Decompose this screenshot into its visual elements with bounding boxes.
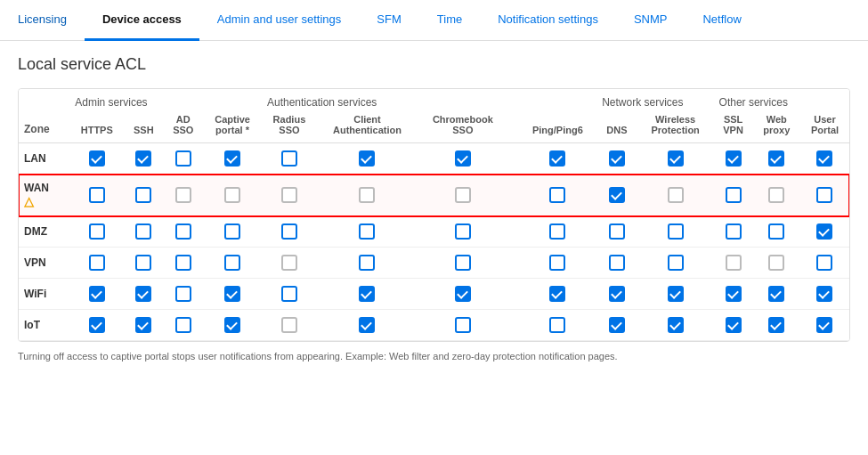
- checkbox[interactable]: [135, 187, 151, 203]
- checkbox[interactable]: [816, 187, 832, 203]
- checkbox[interactable]: [89, 223, 105, 240]
- cell-wan-13: [800, 175, 849, 216]
- cell-wan-7: [508, 175, 519, 216]
- checkbox[interactable]: [281, 255, 297, 271]
- checkbox[interactable]: [224, 187, 240, 203]
- checkbox[interactable]: [224, 150, 240, 167]
- checkbox[interactable]: [816, 150, 832, 167]
- checkbox[interactable]: [609, 187, 625, 203]
- checkbox[interactable]: [359, 150, 375, 167]
- checkbox[interactable]: [224, 317, 240, 333]
- checkbox[interactable]: [175, 255, 191, 271]
- cell-lan-2: [163, 143, 203, 175]
- checkbox[interactable]: [359, 286, 375, 302]
- checkbox[interactable]: [175, 286, 191, 302]
- checkbox[interactable]: [609, 255, 625, 271]
- checkbox[interactable]: [668, 317, 684, 333]
- tab-netflow[interactable]: Netflow: [685, 0, 758, 41]
- tab-licensing[interactable]: Licensing: [0, 0, 85, 41]
- cell-vpn-11: [714, 248, 753, 279]
- checkbox[interactable]: [549, 255, 565, 271]
- checkbox[interactable]: [455, 150, 471, 167]
- checkbox[interactable]: [359, 187, 375, 203]
- checkbox[interactable]: [668, 255, 684, 271]
- checkbox[interactable]: [135, 317, 151, 333]
- checkbox[interactable]: [224, 223, 240, 240]
- checkbox[interactable]: [768, 187, 784, 203]
- checkbox[interactable]: [609, 286, 625, 302]
- checkbox[interactable]: [359, 255, 375, 271]
- checkbox[interactable]: [135, 150, 151, 167]
- checkbox[interactable]: [609, 223, 625, 240]
- checkbox[interactable]: [281, 317, 297, 333]
- checkbox[interactable]: [281, 223, 297, 240]
- page-title: Local service ACL: [18, 55, 850, 74]
- checkbox[interactable]: [455, 187, 471, 203]
- checkbox[interactable]: [224, 255, 240, 271]
- checkbox[interactable]: [135, 255, 151, 271]
- tab-admin-and-user-settings[interactable]: Admin and user settings: [199, 0, 359, 41]
- cell-iot-4: [262, 310, 317, 341]
- checkbox[interactable]: [359, 317, 375, 333]
- checkbox[interactable]: [549, 286, 565, 302]
- checkbox[interactable]: [89, 255, 105, 271]
- checkbox[interactable]: [455, 223, 471, 240]
- tab-notification-settings[interactable]: Notification settings: [480, 0, 616, 41]
- checkbox[interactable]: [549, 223, 565, 240]
- checkbox[interactable]: [768, 223, 784, 240]
- col-https: HTTPS: [69, 110, 124, 143]
- checkbox[interactable]: [455, 317, 471, 333]
- checkbox[interactable]: [726, 187, 742, 203]
- checkbox[interactable]: [224, 286, 240, 302]
- cell-wan-8: [519, 175, 597, 216]
- tab-device-access[interactable]: Device access: [85, 0, 199, 41]
- checkbox[interactable]: [726, 255, 742, 271]
- checkbox[interactable]: [135, 223, 151, 240]
- checkbox[interactable]: [175, 150, 191, 167]
- tab-time[interactable]: Time: [419, 0, 480, 41]
- checkbox[interactable]: [175, 223, 191, 240]
- cell-wan-12: [753, 175, 800, 216]
- checkbox[interactable]: [768, 255, 784, 271]
- checkbox[interactable]: [668, 223, 684, 240]
- checkbox[interactable]: [175, 317, 191, 333]
- checkbox[interactable]: [726, 223, 742, 240]
- checkbox[interactable]: [359, 223, 375, 240]
- cell-vpn-6: [418, 248, 508, 279]
- checkbox[interactable]: [135, 286, 151, 302]
- checkbox[interactable]: [175, 187, 191, 203]
- checkbox[interactable]: [726, 150, 742, 167]
- checkbox[interactable]: [816, 255, 832, 271]
- checkbox[interactable]: [549, 317, 565, 333]
- checkbox[interactable]: [668, 286, 684, 302]
- checkbox[interactable]: [455, 286, 471, 302]
- checkbox[interactable]: [281, 187, 297, 203]
- col-chromebook: ChromebookSSO: [418, 110, 508, 143]
- checkbox[interactable]: [455, 255, 471, 271]
- checkbox[interactable]: [816, 286, 832, 302]
- checkbox[interactable]: [726, 286, 742, 302]
- tab-sfm[interactable]: SFM: [359, 0, 418, 41]
- checkbox[interactable]: [281, 150, 297, 167]
- checkbox[interactable]: [768, 317, 784, 333]
- checkbox[interactable]: [668, 187, 684, 203]
- checkbox[interactable]: [768, 150, 784, 167]
- checkbox[interactable]: [668, 150, 684, 167]
- checkbox[interactable]: [549, 150, 565, 167]
- checkbox[interactable]: [609, 150, 625, 167]
- cell-wan-0: [69, 175, 124, 216]
- checkbox[interactable]: [816, 317, 832, 333]
- checkbox[interactable]: [609, 317, 625, 333]
- checkbox[interactable]: [281, 286, 297, 302]
- checkbox[interactable]: [89, 150, 105, 167]
- gh-network: Network services: [596, 89, 713, 110]
- checkbox[interactable]: [768, 286, 784, 302]
- checkbox[interactable]: [89, 317, 105, 333]
- checkbox[interactable]: [89, 286, 105, 302]
- checkbox[interactable]: [816, 223, 832, 240]
- checkbox[interactable]: [549, 187, 565, 203]
- checkbox[interactable]: [726, 317, 742, 333]
- tab-snmp[interactable]: SNMP: [616, 0, 685, 41]
- checkbox[interactable]: [89, 187, 105, 203]
- cell-vpn-12: [753, 248, 800, 279]
